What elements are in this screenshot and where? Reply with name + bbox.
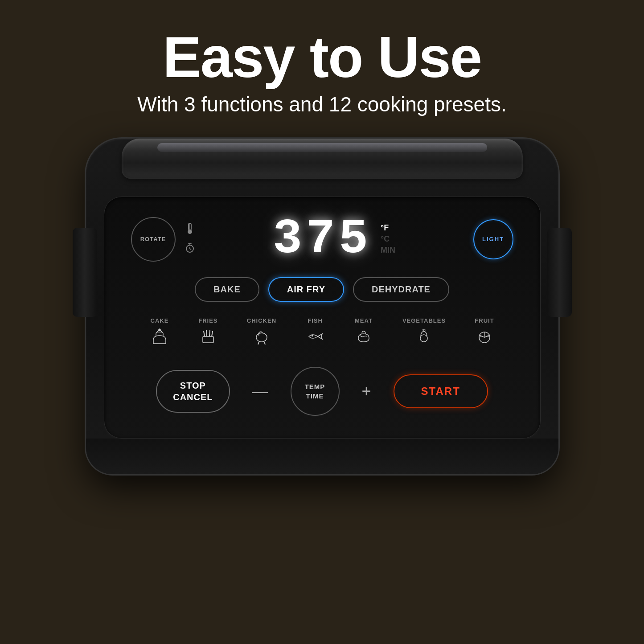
dehydrate-button[interactable]: DEHYDRATE — [353, 277, 449, 302]
hero-title: Easy to Use — [137, 27, 506, 88]
timer-icon — [185, 243, 195, 256]
preset-fruit[interactable]: FRUIT — [475, 317, 494, 349]
appliance-lid — [122, 139, 523, 179]
vegetables-icon — [414, 327, 434, 349]
temperature-icon — [185, 222, 195, 238]
svg-line-5 — [204, 331, 205, 336]
unit-display: °F °C MIN — [381, 223, 395, 255]
svg-line-11 — [264, 342, 265, 345]
light-button[interactable]: LIGHT — [473, 219, 513, 259]
vegetables-label: VEGETABLES — [402, 317, 446, 324]
svg-point-13 — [420, 335, 427, 342]
svg-line-6 — [206, 330, 207, 336]
hero-section: Easy to Use With 3 functions and 12 cook… — [137, 0, 506, 130]
bake-button[interactable]: BAKE — [195, 277, 259, 302]
preset-cake[interactable]: CAKE — [150, 317, 169, 349]
fish-label: FISH — [308, 317, 323, 324]
appliance-body: ROTATE — [86, 139, 558, 474]
start-button[interactable]: START — [394, 374, 488, 408]
preset-meat[interactable]: MEAT — [354, 317, 373, 349]
appliance-base — [86, 439, 558, 474]
function-buttons-row: BAKE AIR FRY DEHYDRATE — [131, 277, 513, 302]
svg-point-9 — [256, 333, 267, 342]
display-row: ROTATE — [131, 215, 513, 264]
preset-chicken[interactable]: CHICKEN — [247, 317, 276, 349]
fries-icon — [198, 327, 218, 349]
cake-label: CAKE — [151, 317, 169, 324]
fruit-label: FRUIT — [475, 317, 494, 324]
preset-vegetables[interactable]: VEGETABLES — [402, 317, 446, 349]
mode-icons — [185, 222, 195, 256]
chicken-label: CHICKEN — [247, 317, 276, 324]
fries-label: FRIES — [198, 317, 217, 324]
meat-icon — [354, 327, 373, 349]
preset-fries[interactable]: FRIES — [198, 317, 218, 349]
svg-point-12 — [312, 335, 313, 336]
minute-unit: MIN — [381, 246, 395, 255]
preset-fish[interactable]: FISH — [305, 317, 325, 349]
svg-line-7 — [209, 330, 210, 336]
svg-line-8 — [212, 331, 213, 336]
fruit-icon — [475, 327, 494, 349]
controls-row: STOP CANCEL — TEMP TIME + START — [131, 367, 513, 416]
plus-button[interactable]: + — [357, 382, 376, 401]
svg-line-10 — [258, 342, 259, 345]
presets-row: CAKE FRIES CHICKEN — [131, 317, 513, 349]
hero-subtitle: With 3 functions and 12 cooking presets. — [137, 92, 506, 116]
fahrenheit-unit: °F — [381, 223, 395, 233]
temp-time-button[interactable]: TEMP TIME — [291, 367, 340, 416]
appliance: ROTATE — [86, 139, 558, 474]
digital-display: 375 °F °C MIN — [195, 215, 473, 264]
meat-label: MEAT — [355, 317, 373, 324]
chicken-icon — [252, 327, 271, 349]
fish-icon — [305, 327, 325, 349]
air-fry-button[interactable]: AIR FRY — [268, 277, 344, 302]
celsius-unit: °C — [381, 234, 395, 244]
temperature-readout: 375 — [273, 215, 372, 264]
svg-point-3 — [159, 329, 160, 331]
control-panel: ROTATE — [104, 197, 541, 439]
stop-cancel-button[interactable]: STOP CANCEL — [156, 370, 230, 413]
svg-rect-4 — [203, 336, 213, 343]
minus-button[interactable]: — — [248, 382, 273, 401]
cake-icon — [150, 327, 169, 349]
rotate-button[interactable]: ROTATE — [131, 217, 176, 262]
